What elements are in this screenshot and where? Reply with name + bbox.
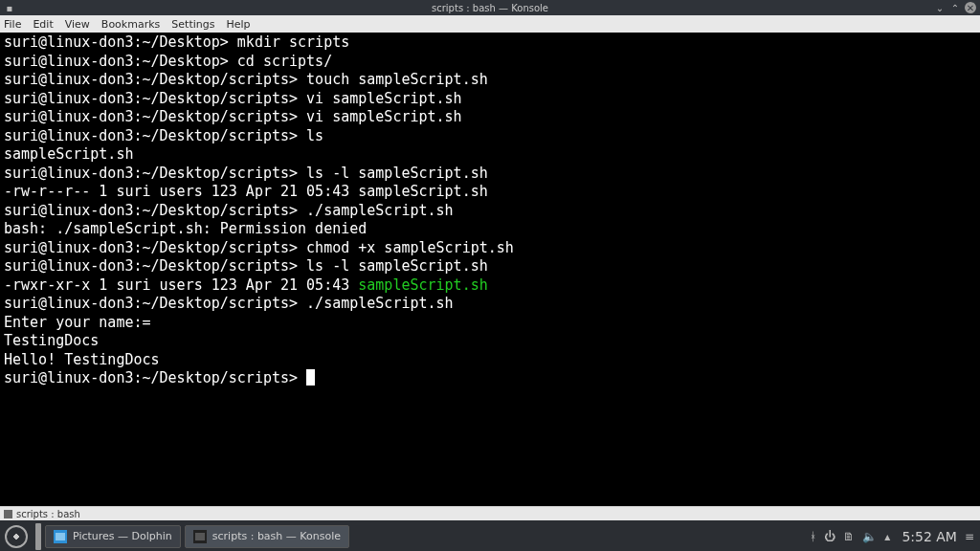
shell-prompt: suri@linux-don3:~/Desktop> [4,53,229,70]
clock[interactable]: 5:52 AM [902,529,957,544]
terminal-line: suri@linux-don3:~/Desktop/scripts> ./sam… [4,295,976,314]
shell-prompt: suri@linux-don3:~/Desktop/scripts> [4,202,298,219]
notifications-icon[interactable]: ≡ [965,530,974,543]
application-launcher[interactable] [0,520,32,551]
shell-command: ls -l sampleScript.sh [306,165,488,182]
shell-command: cd scripts/ [237,53,332,70]
cursor-block [306,369,315,386]
shell-command: touch sampleScript.sh [306,71,488,88]
taskbar-label: scripts : bash — Konsole [212,530,341,542]
maximize-button[interactable]: ⌃ [949,2,961,13]
window-titlebar: ▪ scripts : bash — Konsole ⌄ ⌃ ✕ [0,0,980,15]
konsole-tabbar: scripts : bash [0,506,980,520]
terminal-line: suri@linux-don3:~/Desktop/scripts> chmod… [4,239,976,258]
terminal-line: suri@linux-don3:~/Desktop/scripts> ls [4,127,976,146]
terminal-line: suri@linux-don3:~/Desktop/scripts> vi sa… [4,108,976,127]
terminal-line: suri@linux-don3:~/Desktop/scripts> vi sa… [4,90,976,109]
menu-edit[interactable]: Edit [33,18,53,31]
window-app-icon: ▪ [4,2,15,13]
taskbar-entry[interactable]: Pictures — Dolphin [45,525,181,548]
menu-file[interactable]: File [4,18,21,31]
terminal-line: suri@linux-don3:~/Desktop/scripts> [4,369,976,388]
taskbar-entry[interactable]: scripts : bash — Konsole [185,525,349,548]
system-tray: ᚼ ⏻ 🗎 🔈 ▴ 5:52 AM ≡ [810,529,980,544]
shell-prompt: suri@linux-don3:~/Desktop/scripts> [4,239,298,256]
shell-prompt: suri@linux-don3:~/Desktop/scripts> [4,369,298,386]
shell-output: sampleScript.sh [4,145,133,163]
shell-prompt: suri@linux-don3:~/Desktop/scripts> [4,295,298,312]
shell-prompt: suri@linux-don3:~/Desktop> [4,33,229,51]
menu-help[interactable]: Help [226,18,250,31]
konsole-tab[interactable]: scripts : bash [16,509,80,519]
shell-prompt: suri@linux-don3:~/Desktop/scripts> [4,165,298,182]
terminal-line: -rwxr-xr-x 1 suri users 123 Apr 21 05:43… [4,276,976,296]
menu-settings[interactable]: Settings [171,18,214,31]
shell-output: TestingDocs [4,332,99,349]
terminal-line: suri@linux-don3:~/Desktop> cd scripts/ [4,53,976,72]
taskbar-label: Pictures — Dolphin [73,530,172,542]
shell-command: mkdir scripts [237,33,349,51]
shell-command: vi sampleScript.sh [306,90,462,107]
terminal-line: TestingDocs [4,332,976,351]
terminal-line: sampleScript.sh [4,145,976,165]
shell-prompt: suri@linux-don3:~/Desktop/scripts> [4,90,298,107]
shell-command: vi sampleScript.sh [306,108,462,125]
window-title: scripts : bash — Konsole [0,3,980,13]
shell-command: ls -l sampleScript.sh [306,257,488,275]
launcher-icon [5,525,28,548]
minimize-button[interactable]: ⌄ [934,2,946,13]
terminal-line: suri@linux-don3:~/Desktop/scripts> ls -l… [4,257,976,276]
tray-more-icon[interactable]: ▴ [884,530,890,543]
shell-output: bash: ./sampleScript.sh: Permission deni… [4,220,367,237]
shell-prompt: suri@linux-don3:~/Desktop/scripts> [4,127,298,144]
tab-icon [4,510,12,518]
terminal-line: Hello! TestingDocs [4,351,976,370]
shell-command: chmod +x sampleScript.sh [306,239,514,256]
close-button[interactable]: ✕ [965,2,976,13]
bluetooth-icon[interactable]: ᚼ [810,530,816,543]
taskbar-app-icon [193,530,207,543]
desktop-panel: Pictures — Dolphinscripts : bash — Konso… [0,520,980,551]
terminal-line: -rw-r--r-- 1 suri users 123 Apr 21 05:43… [4,183,976,202]
shell-prompt: suri@linux-don3:~/Desktop/scripts> [4,257,298,275]
panel-separator [35,523,41,550]
taskbar-app-icon [54,530,67,543]
terminal-output[interactable]: suri@linux-don3:~/Desktop> mkdir scripts… [0,33,980,506]
shell-command: ls [306,127,323,144]
menu-bar: FileEditViewBookmarksSettingsHelp [0,15,980,33]
menu-bookmarks[interactable]: Bookmarks [101,18,160,31]
shell-output: Hello! TestingDocs [4,351,160,368]
executable-file: sampleScript.sh [358,276,487,294]
shell-output: Enter your name:= [4,314,151,331]
svg-rect-1 [56,533,65,540]
terminal-line: suri@linux-don3:~/Desktop/scripts> ./sam… [4,202,976,221]
shell-prompt: suri@linux-don3:~/Desktop/scripts> [4,71,298,88]
clipboard-icon[interactable]: 🗎 [843,530,855,543]
menu-view[interactable]: View [65,18,90,31]
shell-prompt: suri@linux-don3:~/Desktop/scripts> [4,108,298,125]
terminal-line: Enter your name:= [4,314,976,333]
volume-icon[interactable]: 🔈 [862,530,877,543]
power-icon[interactable]: ⏻ [824,530,835,543]
svg-rect-3 [195,533,205,540]
terminal-line: suri@linux-don3:~/Desktop/scripts> touch… [4,71,976,90]
terminal-line: bash: ./sampleScript.sh: Permission deni… [4,220,976,239]
terminal-line: suri@linux-don3:~/Desktop/scripts> ls -l… [4,165,976,184]
shell-output: -rwxr-xr-x 1 suri users 123 Apr 21 05:43 [4,276,358,294]
shell-output: -rw-r--r-- 1 suri users 123 Apr 21 05:43… [4,183,488,200]
terminal-line: suri@linux-don3:~/Desktop> mkdir scripts [4,33,976,53]
shell-command: ./sampleScript.sh [306,202,454,219]
shell-command: ./sampleScript.sh [306,295,454,312]
